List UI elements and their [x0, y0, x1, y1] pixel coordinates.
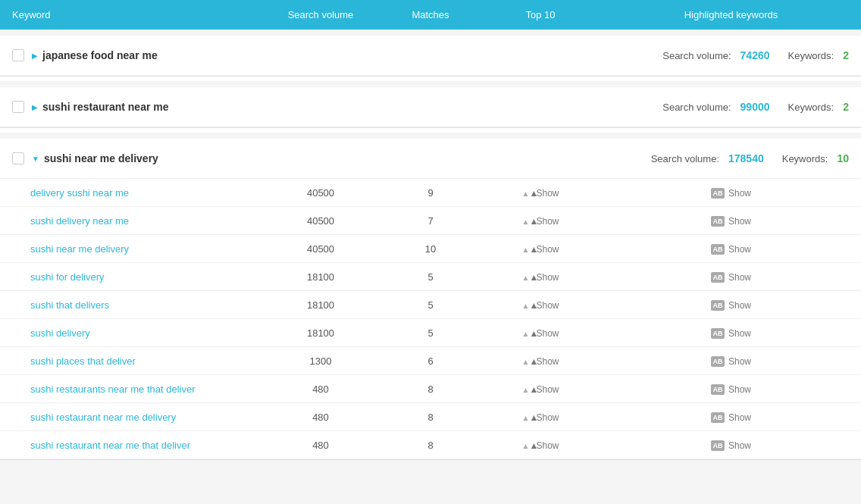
search-volume-cell: 40500 [260, 208, 381, 234]
expand-icon-japanese[interactable]: ▶ [32, 52, 38, 60]
keyword-link[interactable]: sushi for delivery [30, 271, 105, 283]
group-row-sushi-delivery: ▼ sushi near me delivery Search volume: … [0, 139, 861, 179]
keyword-link[interactable]: sushi restaurants near me that deliver [30, 383, 196, 395]
top10-show-btn[interactable]: ▲ Show [521, 412, 559, 423]
matches-cell: 6 [381, 348, 480, 374]
up-arrow-icon: ▲ [521, 384, 532, 395]
table-row: sushi restaurant near me that deliver 48… [0, 431, 861, 459]
group-checkbox-japanese[interactable] [12, 49, 24, 61]
ab-icon: AB [711, 412, 725, 423]
ab-icon: AB [711, 300, 725, 311]
top10-show-btn[interactable]: ▲ Show [521, 272, 559, 283]
group-sushi-restaurant: ▶ sushi restaurant near me Search volume… [0, 87, 861, 128]
top10-cell: ▲ Show [480, 180, 601, 206]
spacer [0, 81, 861, 87]
top10-cell: ▲ Show [480, 376, 601, 402]
top10-show-btn[interactable]: ▲ Show [521, 188, 559, 199]
highlighted-cell: AB Show [601, 207, 861, 234]
highlighted-show-btn[interactable]: AB Show [711, 328, 751, 339]
highlighted-show-btn[interactable]: AB Show [711, 384, 751, 395]
keyword-cell: sushi delivery near me [0, 208, 260, 234]
group-checkbox-sushi-delivery[interactable] [12, 152, 24, 164]
expand-icon-sushi-restaurant[interactable]: ▶ [32, 103, 38, 111]
header-keyword: Keyword [0, 0, 260, 30]
table-row: sushi places that deliver 1300 6 ▲ Show … [0, 347, 861, 375]
highlighted-show-btn[interactable]: AB Show [711, 412, 751, 423]
expand-icon-sushi-delivery[interactable]: ▼ [32, 155, 39, 163]
kw-value-sushi-restaurant: 2 [843, 101, 849, 113]
top10-show-btn[interactable]: ▲ Show [521, 328, 559, 339]
highlighted-cell: AB Show [601, 347, 861, 374]
keyword-cell: sushi restaurant near me delivery [0, 404, 260, 430]
top10-show-btn[interactable]: ▲ Show [521, 384, 559, 395]
highlighted-cell: AB Show [601, 319, 861, 346]
ab-icon: AB [711, 216, 725, 227]
group-title-japanese: japanese food near me [42, 49, 158, 61]
top10-show-btn[interactable]: ▲ Show [521, 216, 559, 227]
keyword-link[interactable]: sushi places that deliver [30, 355, 136, 367]
up-arrow-icon: ▲ [521, 440, 532, 451]
header-top10: Top 10 [480, 0, 601, 30]
highlighted-show-btn[interactable]: AB Show [711, 188, 751, 199]
top10-cell: ▲ Show [480, 348, 601, 374]
keyword-link[interactable]: sushi that delivers [30, 299, 109, 311]
table-row: sushi for delivery 18100 5 ▲ Show AB Sho… [0, 263, 861, 291]
top10-cell: ▲ Show [480, 432, 601, 459]
sv-value-sushi-restaurant: 99000 [740, 101, 770, 113]
matches-cell: 8 [381, 432, 480, 459]
table-row: sushi near me delivery 40500 10 ▲ Show A… [0, 235, 861, 263]
highlighted-cell: AB Show [601, 291, 861, 318]
up-arrow-icon: ▲ [521, 300, 532, 311]
group-checkbox-sushi-restaurant[interactable] [12, 101, 24, 113]
top10-show-btn[interactable]: ▲ Show [521, 440, 559, 451]
highlighted-show-btn[interactable]: AB Show [711, 244, 751, 255]
up-arrow-icon: ▲ [521, 328, 532, 339]
highlighted-cell: AB Show [601, 403, 861, 430]
top10-show-btn[interactable]: ▲ Show [521, 244, 559, 255]
highlighted-show-btn[interactable]: AB Show [711, 272, 751, 283]
group-row-japanese-food: ▶ japanese food near me Search volume: 7… [0, 36, 861, 76]
sv-label-delivery: Search volume: [651, 153, 719, 164]
top10-show-btn[interactable]: ▲ Show [521, 300, 559, 311]
top10-cell: ▲ Show [480, 404, 601, 430]
group-row-sushi-restaurant: ▶ sushi restaurant near me Search volume… [0, 87, 861, 127]
search-volume-cell: 18100 [260, 320, 381, 346]
sv-value-delivery: 178540 [728, 152, 764, 164]
highlighted-show-btn[interactable]: AB Show [711, 440, 751, 451]
top10-show-btn[interactable]: ▲ Show [521, 356, 559, 367]
search-volume-cell: 480 [260, 404, 381, 430]
search-volume-cell: 18100 [260, 292, 381, 318]
sv-value-japanese: 74260 [740, 49, 770, 61]
keyword-cell: sushi restaurants near me that deliver [0, 376, 260, 402]
keyword-link[interactable]: delivery sushi near me [30, 187, 129, 199]
top10-cell: ▲ Show [480, 292, 601, 318]
highlighted-show-btn[interactable]: AB Show [711, 356, 751, 367]
data-section-delivery: delivery sushi near me 40500 9 ▲ Show AB… [0, 179, 861, 459]
keyword-cell: sushi restaurant near me that deliver [0, 432, 260, 459]
keyword-link[interactable]: sushi restaurant near me that deliver [30, 440, 190, 451]
keyword-cell: sushi that delivers [0, 292, 260, 318]
keyword-cell: sushi near me delivery [0, 236, 260, 262]
highlighted-show-btn[interactable]: AB Show [711, 216, 751, 227]
table-row: sushi restaurant near me delivery 480 8 … [0, 403, 861, 431]
ab-icon: AB [711, 440, 725, 451]
top10-cell: ▲ Show [480, 264, 601, 290]
table-header: Keyword Search volume Matches Top 10 Hig… [0, 0, 861, 30]
table-row: sushi restaurants near me that deliver 4… [0, 375, 861, 403]
keyword-cell: sushi for delivery [0, 264, 260, 290]
keyword-link[interactable]: sushi delivery [30, 327, 90, 339]
keyword-link[interactable]: sushi near me delivery [30, 243, 129, 255]
group-left-delivery: ▼ sushi near me delivery [12, 152, 651, 164]
table-row: sushi delivery near me 40500 7 ▲ Show AB… [0, 207, 861, 235]
keyword-link[interactable]: sushi delivery near me [30, 215, 129, 227]
matches-cell: 5 [381, 320, 480, 346]
keyword-cell: sushi delivery [0, 320, 260, 346]
up-arrow-icon: ▲ [521, 188, 532, 199]
highlighted-show-btn[interactable]: AB Show [711, 300, 751, 311]
spacer [0, 30, 861, 36]
keyword-link[interactable]: sushi restaurant near me delivery [30, 412, 176, 423]
ab-icon: AB [711, 272, 725, 283]
keyword-cell: delivery sushi near me [0, 180, 260, 206]
keyword-table: Keyword Search volume Matches Top 10 Hig… [0, 0, 861, 460]
table-row: delivery sushi near me 40500 9 ▲ Show AB… [0, 179, 861, 207]
